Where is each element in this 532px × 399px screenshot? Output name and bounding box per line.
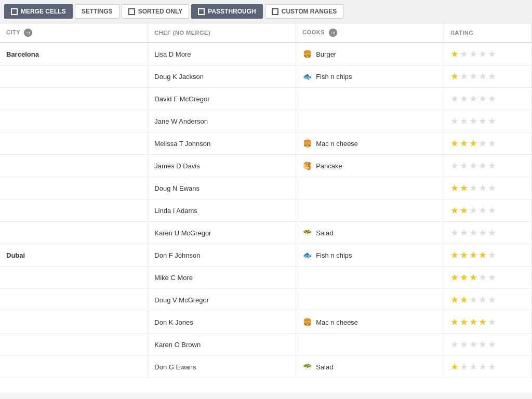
- star-empty: ★: [488, 71, 496, 82]
- star-filled: ★: [460, 138, 468, 149]
- star-empty: ★: [460, 93, 468, 104]
- star-rating: ★★★★★: [450, 93, 525, 104]
- star-empty: ★: [488, 361, 496, 373]
- food-icon: 🐟: [302, 250, 312, 260]
- star-rating: ★★★★★: [450, 339, 525, 350]
- star-empty: ★: [478, 182, 487, 194]
- star-rating: ★★★★★: [450, 272, 525, 283]
- table-row: Karen O Brown★★★★★: [0, 334, 532, 356]
- custom-ranges-button[interactable]: CUSTOM RANGES: [265, 4, 343, 19]
- star-empty: ★: [478, 48, 487, 60]
- city-cell: [0, 289, 148, 311]
- food-icon: 🥗: [302, 362, 312, 371]
- settings-button[interactable]: SETTINGS: [75, 4, 119, 19]
- merge-cells-checkbox: [11, 8, 18, 15]
- table-row: Doug N Ewans★★★★★: [0, 177, 532, 200]
- star-empty: ★: [450, 93, 459, 104]
- col-header-rating[interactable]: RATING: [444, 23, 532, 43]
- table-row: Karen U McGregor 🥗 Salad ★★★★★: [0, 222, 532, 244]
- food-item: 🐟 Fish n chips: [302, 250, 437, 260]
- star-empty: ★: [460, 71, 468, 82]
- rating-cell: ★★★★★: [444, 155, 532, 177]
- star-rating: ★★★★★: [450, 361, 525, 373]
- star-empty: ★: [460, 115, 468, 127]
- food-item: 🍔 Burger: [302, 49, 437, 59]
- star-empty: ★: [460, 48, 468, 60]
- star-empty: ★: [469, 71, 477, 82]
- food-name: Salad: [316, 363, 333, 371]
- passthrough-button[interactable]: PASSTHROUGH: [191, 4, 262, 19]
- star-empty: ★: [488, 115, 496, 127]
- food-name: Mac n cheese: [316, 318, 358, 326]
- star-empty: ★: [478, 138, 487, 149]
- chef-cell: Mike C More: [148, 267, 296, 289]
- cooks-cell: 🐟 Fish n chips: [296, 65, 444, 88]
- city-value: Barcelona: [6, 50, 39, 58]
- star-empty: ★: [478, 205, 487, 216]
- star-empty: ★: [478, 272, 487, 283]
- city-value: Dubai: [6, 251, 25, 259]
- rating-cell: ★★★★★: [444, 356, 532, 378]
- star-empty: ★: [460, 361, 468, 373]
- star-empty: ★: [488, 205, 496, 216]
- star-filled: ★: [450, 205, 459, 216]
- star-empty: ★: [460, 227, 468, 238]
- cooks-cell: 🍔 Burger: [296, 43, 444, 65]
- star-empty: ★: [488, 160, 496, 171]
- chef-cell: Karen U McGregor: [148, 222, 296, 244]
- rating-cell: ★★★★★: [444, 244, 532, 267]
- star-empty: ★: [488, 316, 496, 328]
- city-header-label: CITY: [6, 29, 20, 35]
- passthrough-label: PASSTHROUGH: [208, 8, 256, 15]
- star-filled: ★: [450, 138, 459, 149]
- rating-cell: ★★★★★: [444, 267, 532, 289]
- star-rating: ★★★★★: [450, 71, 525, 82]
- star-filled: ★: [460, 272, 468, 283]
- rating-cell: ★★★★★: [444, 110, 532, 132]
- chef-cell: David F McGregor: [148, 88, 296, 110]
- table-row: Don G Ewans 🥗 Salad ★★★★★: [0, 356, 532, 378]
- toolbar: MERGE CELLS SETTINGS SORTED ONLY PASSTHR…: [0, 0, 532, 23]
- chef-cell: Linda I Adams: [148, 200, 296, 222]
- food-icon: 🍔: [302, 317, 312, 327]
- star-empty: ★: [450, 160, 459, 171]
- star-empty: ★: [488, 48, 496, 60]
- city-cell: [0, 155, 148, 177]
- star-empty: ★: [469, 361, 477, 373]
- table-row: Melissa T Johnson 🍔 Mac n cheese ★★★★★: [0, 132, 532, 155]
- star-filled: ★: [450, 272, 459, 283]
- star-empty: ★: [488, 294, 496, 305]
- food-icon: 🍔: [302, 139, 312, 148]
- star-rating: ★★★★★: [450, 160, 525, 171]
- star-filled: ★: [450, 249, 459, 261]
- star-filled: ★: [450, 48, 459, 60]
- col-header-city[interactable]: CITY ↑1: [0, 23, 148, 43]
- star-empty: ★: [478, 71, 487, 82]
- col-header-cooks[interactable]: COOKS ↑2: [296, 23, 444, 43]
- star-empty: ★: [488, 339, 496, 350]
- cooks-cell: 🥗 Salad: [296, 222, 444, 244]
- star-empty: ★: [478, 361, 487, 373]
- merge-cells-label: MERGE CELLS: [21, 8, 66, 15]
- star-filled: ★: [460, 294, 468, 305]
- cooks-cell: [296, 110, 444, 132]
- star-filled: ★: [450, 294, 459, 305]
- table-row: Mike C More★★★★★: [0, 267, 532, 289]
- star-empty: ★: [478, 93, 487, 104]
- star-empty: ★: [460, 160, 468, 171]
- star-filled: ★: [469, 249, 477, 261]
- star-empty: ★: [469, 205, 477, 216]
- star-rating: ★★★★★: [450, 294, 525, 305]
- city-cell: [0, 334, 148, 356]
- city-cell: [0, 65, 148, 88]
- food-name: Burger: [316, 50, 336, 58]
- merge-cells-button[interactable]: MERGE CELLS: [4, 4, 73, 19]
- cooks-cell: 🐟 Fish n chips: [296, 244, 444, 267]
- chef-name: Jane W Anderson: [154, 117, 208, 125]
- food-name: Salad: [316, 229, 333, 237]
- table-header-row: CITY ↑1 CHEF (NO MERGE) COOKS ↑2 RATING: [0, 23, 532, 43]
- sorted-only-button[interactable]: SORTED ONLY: [122, 4, 190, 19]
- star-empty: ★: [478, 339, 487, 350]
- food-name: Pancake: [316, 162, 342, 170]
- col-header-chef[interactable]: CHEF (NO MERGE): [148, 23, 296, 43]
